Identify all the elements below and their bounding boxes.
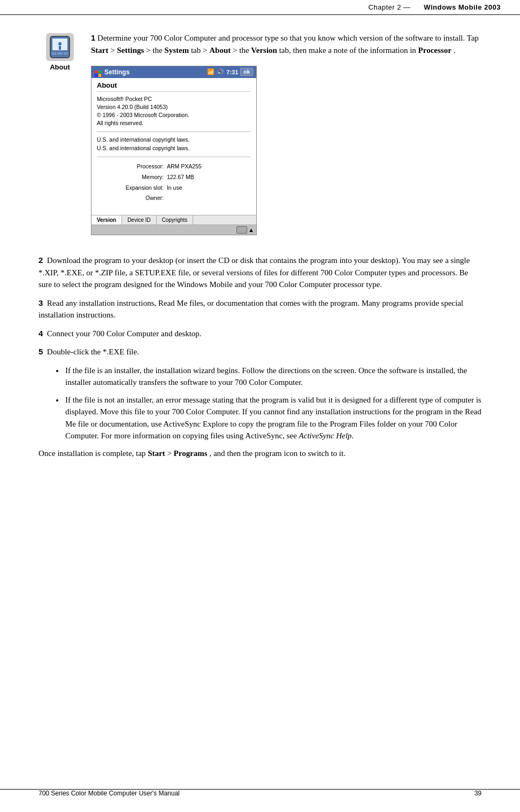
step4-paragraph: 4 Connect your 700 Color Computer and de… [39, 328, 481, 340]
step1-bold-settings: Settings [117, 46, 144, 55]
step3-block: 3 Read any installation instructions, Re… [39, 297, 481, 321]
bullet-item-1: If the file is an installer, the install… [56, 365, 481, 389]
step3-number: 3 [39, 298, 43, 307]
bullet2-text-after: . [351, 431, 354, 440]
step1-bold-about: About [209, 46, 231, 55]
step1-text: 1 Determine your 700 Color Computer and … [91, 32, 481, 245]
about-copyright-line-2: U.S. and international copyright laws. [97, 144, 251, 152]
bullet-list: If the file is an installer, the install… [56, 365, 481, 442]
footer-page: 39 [475, 790, 481, 797]
about-copyright-line-1: U.S. and international copyright laws. [97, 136, 251, 144]
processor-row: Processor: ARM PXA255 [98, 162, 250, 172]
final-text-before: Once installation is complete, tap [39, 449, 148, 458]
step1-bold-version: Version [251, 46, 277, 55]
about-info-line-1: Microsoft® Pocket PC [97, 95, 251, 103]
step1-bold-start: Start [91, 46, 109, 55]
step5-paragraph: 5 Double-click the *.EXE file. [39, 346, 481, 358]
step4-number: 4 [39, 329, 43, 338]
tab-device-id[interactable]: Device ID [122, 215, 156, 225]
bullet2-text-before: If the file is not an installer, an erro… [65, 396, 481, 440]
svg-rect-6 [64, 52, 68, 55]
owner-row: Owner: [98, 194, 250, 203]
titlebar-time: 7:31 [226, 69, 238, 75]
step1-bold-processor: Processor [418, 46, 452, 55]
svg-rect-4 [52, 52, 56, 55]
memory-row: Memory: 122.67 MB [98, 173, 250, 182]
processor-label: Processor: [98, 162, 166, 172]
about-details: Processor: ARM PXA255 Memory: 122.67 MB … [97, 161, 251, 204]
step2-paragraph: 2 Download the program to your desktop (… [39, 254, 481, 291]
owner-value [167, 194, 250, 203]
step5-block: 5 Double-click the *.EXE file. [39, 346, 481, 358]
about-info-line-3: © 1996 - 2003 Microsoft Corporation. [97, 111, 251, 119]
owner-label: Owner: [98, 194, 166, 203]
step1-number: 1 [91, 33, 95, 42]
memory-label: Memory: [98, 173, 166, 182]
step2-block: 2 Download the program to your desktop (… [39, 254, 481, 291]
svg-point-2 [58, 42, 62, 45]
final-bold-programs: Programs [174, 449, 208, 458]
tab-version[interactable]: Version [91, 215, 122, 225]
screenshot-titlebar: Settings 📶 🔊 7:31 ok [91, 66, 256, 78]
about-info-line-2: Version 4.20.0 (Build 14053) [97, 103, 251, 111]
ok-button[interactable]: ok [240, 68, 253, 76]
win-q2 [98, 71, 102, 74]
step1-text-before: Determine your 700 Color Computer and pr… [97, 34, 479, 42]
about-separator-2 [97, 157, 251, 157]
svg-rect-3 [59, 46, 61, 50]
svg-rect-5 [57, 52, 63, 55]
bullet2-italic: ActiveSync Help [299, 431, 352, 440]
step4-text: Connect your 700 Color Computer and desk… [47, 329, 202, 338]
settings-screenshot: Settings 📶 🔊 7:31 ok About Mic [91, 66, 257, 235]
win-q1 [95, 71, 98, 74]
titlebar-left: Settings [95, 67, 129, 77]
screenshot-wrapper: Settings 📶 🔊 7:31 ok About Mic [91, 66, 481, 235]
step4-block: 4 Connect your 700 Color Computer and de… [39, 328, 481, 340]
footer-series: 700 Series Color Mobile Computer User's … [39, 790, 180, 797]
final-text-after: , and then the program icon to switch to… [209, 449, 346, 458]
volume-icon: 🔊 [217, 68, 224, 75]
header-chapter: Chapter 2 — Windows Mobile 2003 [368, 3, 501, 11]
bullet1-text: If the file is an installer, the install… [65, 366, 467, 387]
bullet-item-2: If the file is not an installer, an erro… [56, 394, 481, 442]
keyboard-icon [236, 226, 247, 234]
win-q3 [95, 74, 98, 77]
windows-logo-icon [95, 67, 101, 77]
titlebar-app-name: Settings [104, 68, 129, 76]
about-info-line-4: All rights reserved. [97, 119, 251, 127]
step5-text: Double-click the *.EXE file. [47, 347, 139, 356]
win-q4 [98, 74, 102, 77]
page-header: Chapter 2 — Windows Mobile 2003 [0, 0, 520, 15]
windows-icon [95, 71, 101, 77]
step2-number: 2 [39, 256, 43, 265]
main-content: About 1 Determine your 700 Color Compute… [0, 15, 520, 486]
about-screen-title: About [97, 81, 251, 92]
memory-value: 122.67 MB [167, 173, 250, 182]
step1-block: About 1 Determine your 700 Color Compute… [39, 32, 481, 245]
about-icon-label: About [50, 63, 70, 71]
titlebar-right: 📶 🔊 7:31 ok [207, 68, 253, 76]
final-bold-start: Start [148, 449, 165, 458]
expansion-value: In use [167, 183, 250, 193]
about-info-block: Microsoft® Pocket PC Version 4.20.0 (Bui… [97, 95, 251, 128]
about-icon-block: About [39, 33, 81, 71]
about-copyright-block: U.S. and international copyright laws. U… [97, 136, 251, 152]
step2-text: Download the program to your desktop (or… [39, 256, 470, 289]
screenshot-body: About Microsoft® Pocket PC Version 4.20.… [91, 78, 256, 210]
page-footer: 700 Series Color Mobile Computer User's … [0, 789, 520, 797]
step3-text: Read any installation instructions, Read… [39, 299, 463, 320]
about-svg-icon [48, 35, 72, 59]
screenshot-tabs: Version Device ID Copyrights [91, 215, 256, 225]
about-separator [97, 132, 251, 132]
expansion-label: Expansion slot: [98, 183, 166, 193]
step3-paragraph: 3 Read any installation instructions, Re… [39, 297, 481, 321]
about-details-table: Processor: ARM PXA255 Memory: 122.67 MB … [97, 161, 251, 204]
scroll-up-icon: ▲ [248, 227, 254, 233]
step1-paragraph: 1 Determine your 700 Color Computer and … [91, 32, 481, 56]
tab-copyrights[interactable]: Copyrights [157, 215, 194, 225]
screenshot-toolbar: ▲ [91, 225, 256, 235]
signal-icon: 📶 [207, 68, 215, 75]
step5-number: 5 [39, 347, 43, 356]
expansion-row: Expansion slot: In use [98, 183, 250, 193]
processor-value: ARM PXA255 [167, 162, 250, 172]
